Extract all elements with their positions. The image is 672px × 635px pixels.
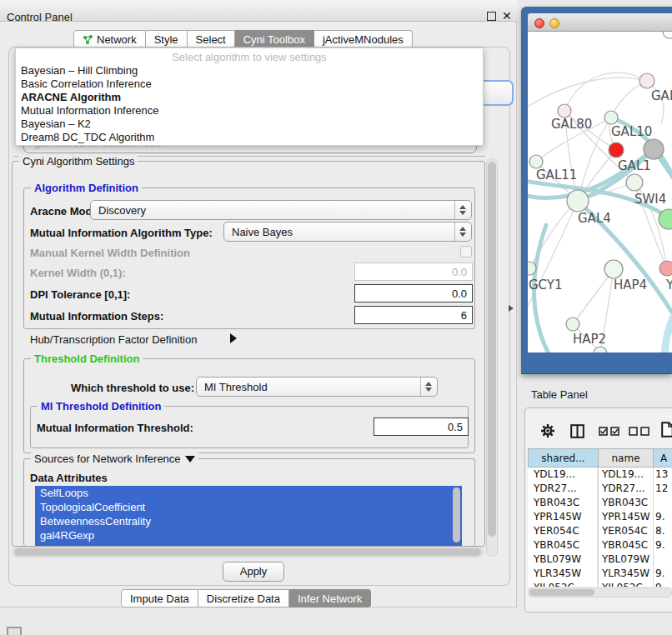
tab-label: Select	[196, 33, 226, 46]
network-node-label-gcy1: GCY1	[529, 278, 563, 292]
sources-title-row: Sources for Network Inference	[31, 452, 198, 465]
table-row[interactable]: YBR045CYBR045C9.	[528, 538, 672, 552]
node-salmon[interactable]	[659, 261, 672, 276]
combo-stepper-icon	[454, 222, 471, 241]
node-gcy1[interactable]	[528, 262, 536, 275]
data-attribute-item[interactable]: SelfLoops	[35, 486, 462, 500]
zoom-traffic-icon[interactable]	[564, 18, 574, 28]
table-row[interactable]: YPR145WYPR145W9.	[528, 510, 672, 524]
algorithm-option-aracne-algorithm[interactable]: ARACNE Algorithm	[19, 91, 479, 104]
expand-right-icon[interactable]	[230, 333, 237, 343]
splitter-arrow-icon[interactable]	[509, 305, 514, 312]
settings-hscrollbar-thumb[interactable]	[14, 548, 481, 556]
split-columns-icon[interactable]	[570, 424, 584, 438]
mi-threshold-title: MI Threshold Definition	[38, 400, 164, 412]
node-red[interactable]	[609, 142, 624, 158]
tab-select[interactable]: Select	[188, 30, 235, 48]
table-row[interactable]: YDR27...YDR27...12	[528, 482, 672, 496]
cell-shared-name: YPR145W	[534, 510, 598, 524]
node-gal-top[interactable]	[639, 73, 654, 88]
manual-kernel-checkbox[interactable]	[460, 246, 472, 258]
which-threshold-label: Which threshold to use:	[71, 382, 194, 394]
mi-type-combo[interactable]: Naive Bayes	[223, 222, 472, 242]
column-header-shared[interactable]: shared...	[528, 448, 599, 468]
collapse-down-icon[interactable]	[185, 456, 195, 462]
sources-title: Sources for Network Inference	[34, 452, 181, 465]
settings-vscrollbar-thumb[interactable]	[488, 162, 496, 537]
dpi-tolerance-field[interactable]: 0.0	[354, 284, 473, 302]
corner-widget	[7, 627, 22, 635]
gear-icon[interactable]	[540, 423, 555, 438]
column-separator	[653, 468, 654, 587]
column-header-a[interactable]: A	[653, 448, 672, 468]
cell-shared-name: YBR045C	[534, 538, 598, 552]
network-view[interactable]: GALGAL80GAL10GAL11GAL1SWI4GAL4GCY1HAP4YH…	[528, 32, 672, 352]
which-threshold-combo[interactable]: MI Threshold	[196, 377, 438, 397]
node-top-partial[interactable]	[663, 32, 672, 38]
node-gal80[interactable]	[558, 104, 571, 118]
tab-label: Network	[97, 33, 137, 46]
tab-label: jActiveMNodules	[323, 33, 404, 46]
attributes-scrollbar-thumb[interactable]	[453, 488, 460, 542]
network-edge[interactable]	[573, 269, 614, 324]
control-panel-tabbar: NetworkStyleSelectCyni ToolboxjActiveMNo…	[73, 30, 413, 48]
aracne-mode-combo[interactable]: Discovery	[90, 200, 472, 220]
hide-columns-icon[interactable]	[629, 427, 650, 436]
data-attribute-item[interactable]: TopologicalCoefficient	[35, 500, 462, 514]
apply-button[interactable]: Apply	[223, 562, 284, 582]
algorithm-option-bayesian-k2[interactable]: Bayesian – K2	[19, 118, 479, 131]
new-table-icon[interactable]	[661, 422, 672, 438]
data-attribute-item[interactable]: gal4RGexp	[35, 528, 462, 542]
tab-discretize-data[interactable]: Discretize Data	[198, 589, 289, 608]
tab-network[interactable]: Network	[73, 30, 146, 48]
tab-label: Impute Data	[130, 592, 189, 605]
column-header-name[interactable]: name	[598, 448, 654, 468]
cell-name: YBL079W	[602, 552, 652, 567]
show-columns-icon[interactable]	[599, 427, 620, 436]
manual-kernel-label: Manual Kernel Width Definition	[30, 247, 190, 259]
network-edge[interactable]	[528, 78, 647, 111]
mi-steps-label: Mutual Information Steps:	[30, 310, 163, 322]
close-icon[interactable]: ✕	[502, 9, 512, 22]
cell-name: YBR045C	[602, 538, 652, 552]
table-row[interactable]: YER054CYER054C8.	[528, 524, 672, 538]
tab-cyni-toolbox[interactable]: Cyni Toolbox	[235, 30, 314, 48]
close-traffic-icon[interactable]	[534, 18, 544, 28]
algorithm-option-dream8-dc-tdc-algorithm[interactable]: Dream8 DC_TDC Algorithm	[19, 131, 479, 144]
algorithm-option-bayesian-hill-climbing[interactable]: Bayesian – Hill Climbing	[19, 64, 479, 78]
network-node-label-gal10: GAL10	[611, 124, 652, 139]
node-gray[interactable]	[644, 139, 664, 159]
node-gal4[interactable]	[567, 190, 589, 212]
tab-style[interactable]: Style	[146, 30, 188, 48]
network-graph: GALGAL80GAL10GAL11GAL1SWI4GAL4GCY1HAP4YH…	[528, 32, 672, 352]
tab-label: Style	[154, 33, 178, 46]
minimize-traffic-icon[interactable]	[549, 18, 559, 28]
cell-name: YDL19...	[602, 468, 652, 482]
mi-threshold-field[interactable]: 0.5	[374, 418, 469, 436]
tab-jactivemnodules[interactable]: jActiveMNodules	[314, 30, 413, 48]
table-row[interactable]: YBL079WYBL079W	[528, 552, 672, 567]
table-row[interactable]: YBR043CYBR043C	[528, 496, 672, 510]
node-hap2[interactable]	[566, 318, 579, 331]
table-row[interactable]: YIL052CYIL052C9.	[528, 581, 672, 587]
tab-impute-data[interactable]: Impute Data	[121, 589, 198, 608]
node-gal1[interactable]	[626, 174, 643, 191]
data-attribute-item[interactable]: BetweennessCentrality	[35, 514, 462, 528]
algorithm-option-basic-correlation-inference[interactable]: Basic Correlation Inference	[19, 78, 479, 91]
node-hap4[interactable]	[604, 260, 623, 278]
kernel-width-field[interactable]: 0.0	[354, 262, 473, 281]
table-hscrollbar-thumb[interactable]	[529, 589, 594, 596]
data-attributes-list[interactable]: SelfLoopsTopologicalCoefficientBetweenne…	[35, 486, 462, 546]
cell-value: 9.	[655, 510, 672, 524]
float-window-icon[interactable]	[487, 12, 496, 21]
table-row[interactable]: YLR345WYLR345W9.	[528, 567, 672, 581]
algorithm-option-mutual-information-inference[interactable]: Mutual Information Inference	[19, 104, 479, 118]
table-row[interactable]: YDL19...YDL19...13	[528, 468, 672, 482]
node-gal10[interactable]	[604, 111, 618, 124]
cell-value: 9.	[655, 567, 672, 581]
tab-infer-network[interactable]: Infer Network	[289, 589, 371, 608]
data-attributes-label: Data Attributes	[30, 472, 108, 484]
focused-combo-fragment[interactable]	[479, 80, 514, 106]
node-gal11[interactable]	[529, 155, 543, 168]
mi-steps-field[interactable]: 6	[354, 306, 473, 324]
